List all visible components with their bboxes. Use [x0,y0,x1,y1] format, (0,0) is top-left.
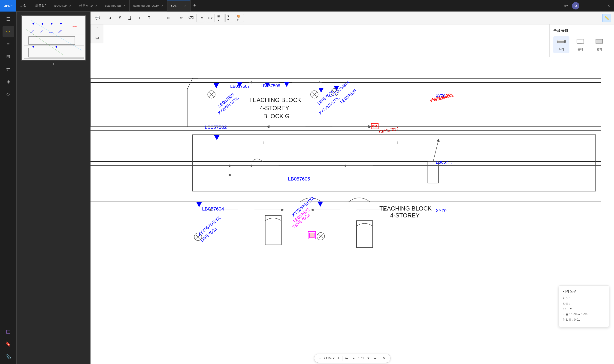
tab-close-scanned[interactable]: ✕ [123,4,126,7]
svg-text:LB057507: LB057507 [230,84,250,89]
tab-cad[interactable]: CAD ✕ [167,0,191,12]
tab-scanned-ocr[interactable]: scanned-pdf_OCR* ✕ [130,0,167,12]
close-toolbar-button[interactable]: ✕ [382,355,387,362]
measure-type-distance[interactable]: 거리 [553,36,569,53]
angle-row: 각도 : [562,302,605,306]
stamp-tool[interactable]: ○ ∨ [206,14,215,22]
svg-text:LB0575: LB0575 [49,32,53,33]
tab-scanned[interactable]: scanned-pdf ✕ [101,0,130,12]
svg-rect-0 [22,16,86,61]
sidebar-item-annotate[interactable]: ✏ [2,26,14,37]
svg-text:LB057...: LB057... [436,160,452,165]
bottom-toolbar: − 217% ▾ + ⏮ ▲ 1 / 1 ▼ ⏭ ✕ [91,352,614,364]
tab-close-cad[interactable]: ✕ [184,4,187,8]
zoom-controls: − 217% ▾ + ⏮ ▲ 1 / 1 ▼ ⏭ ✕ [314,354,391,363]
highlight-tool[interactable]: ▲ [106,14,115,22]
thumbnail-panel: vM054 LB0575 LB0575 LB0575 LB0575 1 [17,12,91,364]
sidebar-item-sign[interactable]: ◇ [2,88,14,100]
sidebar-item-layers[interactable]: ◫ [2,326,14,337]
left-sidebar: ☰ ✏ ≡ ⊞ ⇄ ◈ ◇ ◫ 🔖 📎 [0,12,17,364]
zoom-out-button[interactable]: − [318,355,322,361]
zoom-in-button[interactable]: + [337,355,340,361]
sidebar-item-convert[interactable]: ⇄ [2,63,14,75]
first-page-button[interactable]: ⏮ [344,355,349,361]
sidebar-item-ocr[interactable]: ◈ [2,76,14,87]
tab-close-empty[interactable]: ✕ [95,4,97,7]
minimize-button[interactable]: — [582,0,593,12]
tab-close-ocr[interactable]: ✕ [161,4,163,7]
zoom-level[interactable]: 217% ▾ [324,356,335,360]
svg-rect-100 [309,233,314,238]
text-area-tool[interactable]: ⊡ [155,14,163,22]
menu-file[interactable]: 파일 [16,0,31,12]
title-bar: UPDF 파일 도움말° f1040 (1)* ✕ 빈 문서_1* ✕ scan… [0,0,614,12]
toolbar-separator-2 [175,14,175,22]
menu-help[interactable]: 도움말° [31,0,50,12]
bottom-separator-1 [342,356,342,361]
signature-tool[interactable]: ♜ ∨ [225,14,234,22]
maximize-button[interactable]: □ [593,0,603,12]
tab-add-button[interactable]: + [191,0,199,12]
cad-content[interactable]: LB057503 XYZ057501T/L LB057507 LB057508 … [91,25,601,352]
tab-f1040[interactable]: f1040 (1)* ✕ [50,0,75,12]
text-box-tool[interactable]: T [145,14,154,22]
title-bar-right: 5 ∨ U [560,2,582,10]
sidebar-item-edit[interactable]: ≡ [2,38,14,50]
measure-tool[interactable]: 📏 [602,14,611,22]
next-page-button[interactable]: ▼ [366,355,371,361]
page-indicator: 1 / 1 [358,357,364,360]
area-label: 영역 [596,48,602,52]
sidebar-item-bookmarks[interactable]: 🔖 [2,338,14,350]
strikethrough-tool[interactable]: S [116,14,124,22]
cad-area[interactable]: 💬 ▲ S U T T ⊡ ⊞ ✏ ⌫ □ ∨ ○ ∨ ⊞ ∨ ♜ ∨ 🎨 ∨ … [91,12,614,364]
measure-type-perimeter[interactable]: 둘레 [572,36,588,53]
measure-type-area[interactable]: 영역 [591,36,607,53]
shapes-tool[interactable]: □ ∨ [196,14,205,22]
thumbnail-page-number: 1 [53,62,54,66]
svg-point-124 [229,165,231,167]
link-tool[interactable]: ⊞ ∨ [216,14,224,22]
svg-rect-29 [596,39,603,43]
pencil-tool[interactable]: ✏ [177,14,186,22]
svg-point-125 [229,174,231,176]
window-controls: — □ ✕ [582,0,614,12]
erase-tool[interactable]: ⌫ [187,14,195,22]
user-avatar[interactable]: U [572,2,579,10]
area-icon [595,38,604,46]
toolbar: 💬 ▲ S U T T ⊡ ⊞ ✏ ⌫ □ ∨ ○ ∨ ⊞ ∨ ♜ ∨ 🎨 ∨ … [91,12,614,25]
tab-count[interactable]: 5 ∨ [562,3,570,8]
measure-panel: 측정 유형 거리 [549,25,614,57]
sidebar-item-attachments[interactable]: 📎 [2,351,14,362]
thumbnail-image[interactable]: vM054 LB0575 LB0575 LB0575 LB0575 [21,15,86,61]
svg-text:vM054: vM054 [73,26,77,27]
svg-text:LB057604: LB057604 [202,206,224,211]
thumbnail-container: vM054 LB0575 LB0575 LB0575 LB0575 1 [17,12,90,69]
tab-empty-doc[interactable]: 빈 문서_1* ✕ [75,0,101,12]
svg-text:LB057502: LB057502 [205,124,227,130]
text-comment-tool[interactable]: T [135,14,144,22]
toolbar-separator-1 [104,14,104,22]
thumbnail-svg: vM054 LB0575 LB0575 LB0575 LB0575 [22,16,86,61]
last-page-button[interactable]: ⏭ [373,355,378,361]
ratio-row: 비율 : 1 cm = 1 cm [562,312,605,316]
svg-text:CM: CM [372,124,377,128]
measure-panel-title: 측정 유형 [553,28,610,33]
main-layout: ☰ ✏ ≡ ⊞ ⇄ ◈ ◇ ◫ 🔖 📎 [0,12,614,364]
precision-row: 정밀도 : 0.01 [562,318,605,322]
callout-tool[interactable]: ⊞ [164,14,173,22]
svg-text:4-STOREY: 4-STOREY [390,212,420,219]
tab-close-f1040[interactable]: ✕ [69,4,71,7]
cad-svg: LB057503 XYZ057501T/L LB057507 LB057508 … [91,25,601,352]
underline-tool[interactable]: U [125,14,134,22]
sidebar-item-thumbnail[interactable]: ☰ [2,13,14,25]
distance-row: 거리 : [562,296,605,300]
xy-row: X : Y : [562,307,605,311]
distance-tool-title: 거리 도구 [562,289,605,293]
prev-page-button[interactable]: ▲ [351,355,356,361]
comment-tool[interactable]: 💬 [93,14,102,22]
sidebar-item-organize[interactable]: ⊞ [2,51,14,62]
close-button[interactable]: ✕ [603,0,614,12]
color-tool[interactable]: 🎨 ∨ [235,14,244,22]
measure-types: 거리 둘레 [553,36,610,53]
distance-icon [557,38,566,46]
